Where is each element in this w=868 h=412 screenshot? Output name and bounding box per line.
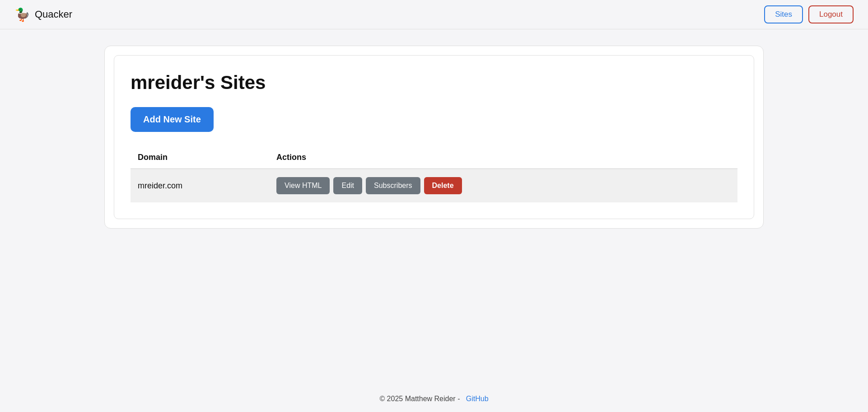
domain-cell: mreider.com: [131, 169, 269, 203]
column-domain: Domain: [131, 148, 269, 169]
sites-table: Domain Actions mreider.com View HTML Edi…: [131, 148, 737, 202]
action-buttons: View HTML Edit Subscribers Delete: [276, 177, 730, 194]
navbar-actions: Sites Logout: [764, 5, 854, 23]
subscribers-button[interactable]: Subscribers: [366, 177, 420, 194]
table-row: mreider.com View HTML Edit Subscribers D…: [131, 169, 737, 203]
view-html-button[interactable]: View HTML: [276, 177, 330, 194]
duck-icon: 🦆: [14, 7, 30, 22]
delete-button[interactable]: Delete: [424, 177, 462, 194]
main-content: mreider's Sites Add New Site Domain Acti…: [0, 29, 868, 382]
column-actions: Actions: [269, 148, 737, 169]
footer-copyright: © 2025 Matthew Reider -: [379, 395, 460, 403]
inner-card: mreider's Sites Add New Site Domain Acti…: [114, 55, 754, 219]
edit-button[interactable]: Edit: [333, 177, 362, 194]
app-name: Quacker: [35, 9, 72, 20]
outer-card: mreider's Sites Add New Site Domain Acti…: [104, 46, 764, 229]
sites-button[interactable]: Sites: [764, 5, 803, 23]
navbar: 🦆 Quacker Sites Logout: [0, 0, 868, 29]
footer: © 2025 Matthew Reider - GitHub: [0, 382, 868, 412]
table-header-row: Domain Actions: [131, 148, 737, 169]
actions-cell: View HTML Edit Subscribers Delete: [269, 169, 737, 203]
table-header: Domain Actions: [131, 148, 737, 169]
add-new-site-button[interactable]: Add New Site: [131, 107, 214, 132]
logout-button[interactable]: Logout: [808, 5, 854, 23]
brand: 🦆 Quacker: [14, 7, 72, 22]
table-body: mreider.com View HTML Edit Subscribers D…: [131, 169, 737, 203]
github-link[interactable]: GitHub: [466, 395, 489, 403]
page-title: mreider's Sites: [131, 72, 737, 94]
